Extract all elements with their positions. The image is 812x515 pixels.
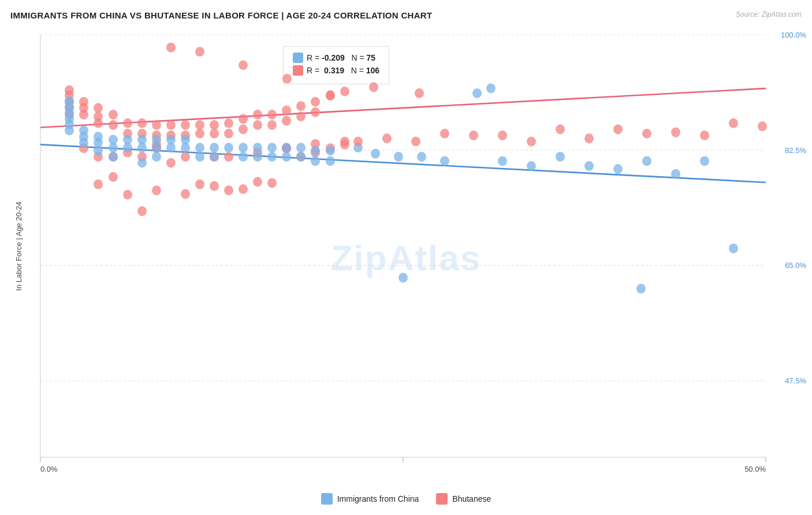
svg-point-57 [239,60,248,70]
svg-point-147 [636,284,646,294]
svg-point-48 [282,116,291,126]
svg-point-76 [210,181,219,191]
svg-point-168 [440,129,449,139]
svg-point-65 [224,185,233,195]
svg-point-98 [65,126,74,136]
svg-point-112 [137,158,147,168]
svg-point-101 [79,138,88,148]
bottom-legend-bhutanese: Bhutanese [436,493,491,505]
x-tick-0: 0.0% [40,465,58,473]
svg-point-75 [195,180,204,189]
svg-point-64 [181,189,190,199]
source-label: Source: ZipAtlas.com [736,10,802,18]
svg-point-88 [340,137,349,147]
svg-point-151 [417,152,426,162]
svg-point-134 [296,152,306,162]
x-tick-50: 50.0% [744,465,766,473]
svg-point-170 [382,133,392,143]
svg-point-60 [369,83,378,92]
svg-point-33 [181,120,190,130]
svg-point-114 [152,143,161,152]
svg-point-41 [239,114,248,124]
svg-point-139 [472,88,482,98]
bottom-legend-box-bhutanese [436,493,448,505]
svg-point-63 [137,206,147,216]
svg-point-126 [239,152,248,162]
svg-point-51 [311,97,320,107]
svg-point-158 [584,133,594,143]
svg-point-149 [371,149,380,159]
y-axis-label-wrapper: In Labor Force | Age 20-24 [0,35,38,457]
svg-point-21 [94,118,103,128]
svg-point-115 [152,152,161,162]
x-axis-labels: 0.0% 50.0% [40,465,766,473]
svg-point-104 [94,146,103,156]
svg-point-56 [195,47,204,57]
y-tick-82: 82.5% [785,145,806,154]
y-ticks-container: 100.0% 82.5% 65.0% 47.5% [769,35,812,457]
svg-point-166 [498,130,507,140]
svg-point-35 [195,120,204,130]
svg-point-37 [210,120,219,130]
y-axis-label: In Labor Force | Age 20-24 [14,201,23,290]
svg-point-74 [152,185,161,195]
svg-point-141 [556,152,565,162]
svg-point-22 [109,110,118,120]
svg-point-39 [224,118,233,128]
svg-point-142 [642,156,651,166]
svg-point-111 [137,143,147,152]
svg-point-128 [253,152,262,162]
svg-point-129 [267,143,277,152]
svg-point-144 [700,156,709,166]
svg-point-42 [239,124,248,134]
svg-point-120 [195,143,204,152]
svg-point-54 [340,87,349,96]
svg-point-119 [181,143,190,152]
svg-point-153 [498,156,507,166]
svg-point-159 [613,124,623,134]
svg-point-77 [239,184,248,194]
svg-point-46 [267,120,277,130]
svg-point-66 [253,177,262,186]
chart-container: IMMIGRANTS FROM CHINA VS BHUTANESE IN LA… [0,0,812,515]
svg-point-67 [267,178,277,188]
bottom-legend: Immigrants from China Bhutanese [0,493,812,505]
svg-point-125 [239,143,248,152]
svg-point-19 [94,103,103,113]
svg-point-145 [729,244,738,253]
svg-point-150 [394,152,403,162]
svg-point-156 [613,164,623,174]
svg-point-155 [584,161,594,171]
svg-point-83 [181,152,190,162]
svg-point-82 [166,158,176,168]
svg-point-40 [224,129,233,139]
svg-point-18 [79,110,88,120]
svg-point-44 [253,120,262,130]
y-tick-47: 47.5% [785,376,806,385]
svg-point-36 [195,129,204,139]
svg-point-124 [224,143,233,152]
svg-point-171 [353,137,363,147]
svg-point-137 [326,146,335,156]
svg-point-164 [758,121,767,131]
y-tick-65: 65.0% [785,260,806,269]
svg-point-127 [253,143,262,152]
svg-point-31 [166,120,176,130]
svg-point-109 [123,143,132,152]
svg-point-162 [700,130,709,140]
svg-point-169 [411,137,420,147]
svg-point-45 [267,110,277,120]
svg-point-160 [642,129,651,139]
svg-point-143 [671,169,680,179]
svg-point-43 [253,110,262,120]
svg-point-165 [527,137,536,147]
svg-point-52 [311,107,320,117]
svg-point-167 [469,130,478,140]
svg-point-117 [166,143,176,152]
svg-point-47 [282,106,291,115]
y-tick-100: 100.0% [781,31,806,39]
svg-point-138 [326,156,335,166]
svg-point-50 [296,111,306,121]
svg-point-130 [267,152,277,162]
svg-point-154 [527,161,536,171]
